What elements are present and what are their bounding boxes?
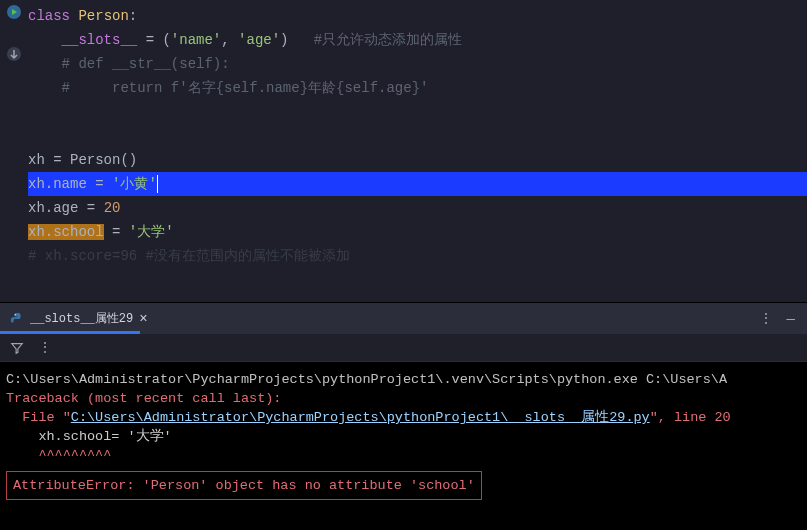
traceback-file-line: File "C:\Users\Administrator\PycharmProj… bbox=[6, 408, 801, 427]
error-message: AttributeError: 'Person' object has no a… bbox=[6, 471, 482, 500]
op: = bbox=[137, 32, 162, 48]
comma: , bbox=[221, 32, 238, 48]
code-line[interactable]: xh = Person() bbox=[28, 148, 807, 172]
tab-actions: ⋮ — bbox=[759, 310, 807, 327]
traceback-caret: ^^^^^^^^^ bbox=[6, 446, 801, 465]
code-line[interactable]: # def __str__(self): bbox=[28, 52, 807, 76]
comment-dim: # xh.score=96 #没有在范围内的属性不能被添加 bbox=[28, 248, 350, 264]
str: 'age' bbox=[238, 32, 280, 48]
filter-icon[interactable] bbox=[10, 341, 24, 355]
traceback-code: xh.school= '大学' bbox=[6, 427, 801, 446]
str: 'name' bbox=[171, 32, 221, 48]
slots-dunder: __slots__ bbox=[62, 32, 138, 48]
highlighted-attr: xh.school bbox=[28, 224, 104, 240]
console-output[interactable]: C:\Users\Administrator\PycharmProjects\p… bbox=[0, 362, 807, 530]
text-caret bbox=[157, 175, 158, 193]
keyword-class: class bbox=[28, 8, 78, 24]
paren: ( bbox=[162, 32, 170, 48]
code-line[interactable]: xh.school = '大学' bbox=[28, 220, 807, 244]
run-tab-label: __slots__属性29 bbox=[30, 310, 133, 327]
code-line[interactable] bbox=[28, 100, 807, 124]
stmt: xh = Person() bbox=[28, 152, 137, 168]
svg-point-2 bbox=[15, 314, 16, 315]
editor-gutter bbox=[0, 0, 28, 302]
traceback-header: Traceback (most recent call last): bbox=[6, 389, 801, 408]
more-options-icon[interactable]: ⋮ bbox=[38, 339, 50, 356]
console-command: C:\Users\Administrator\PycharmProjects\p… bbox=[6, 370, 801, 389]
stmt: xh.age = bbox=[28, 200, 104, 216]
code-line-active[interactable]: xh.name = '小黄' bbox=[28, 172, 807, 196]
file-suffix: ", line 20 bbox=[650, 410, 731, 425]
stmt: xh.name = bbox=[28, 176, 112, 192]
editor-pane[interactable]: class Person: __slots__ = ('name', 'age'… bbox=[0, 0, 807, 302]
comment: # return f'名字{self.name}年龄{self.age}' bbox=[62, 80, 429, 96]
file-prefix: File " bbox=[6, 410, 71, 425]
more-icon[interactable]: ⋮ bbox=[759, 310, 771, 327]
comment: #只允许动态添加的属性 bbox=[289, 32, 463, 48]
minimize-icon[interactable]: — bbox=[787, 311, 795, 327]
str: '小黄' bbox=[112, 176, 157, 192]
code-line[interactable]: xh.age = 20 bbox=[28, 196, 807, 220]
file-path-link[interactable]: C:\Users\Administrator\PycharmProjects\p… bbox=[71, 410, 650, 425]
num: 20 bbox=[104, 200, 121, 216]
comment: # def __str__(self): bbox=[62, 56, 230, 72]
class-name: Person bbox=[78, 8, 128, 24]
python-icon bbox=[10, 312, 24, 326]
code-line-dim[interactable]: # xh.score=96 #没有在范围内的属性不能被添加 bbox=[28, 244, 807, 268]
python-run-icon[interactable] bbox=[6, 4, 22, 20]
run-tab[interactable]: __slots__属性29 × bbox=[0, 303, 158, 334]
run-tab-bar: __slots__属性29 × ⋮ — bbox=[0, 302, 807, 334]
str: '大学' bbox=[129, 224, 174, 240]
code-line[interactable]: # return f'名字{self.name}年龄{self.age}' bbox=[28, 76, 807, 100]
run-toolbar: ⋮ bbox=[0, 334, 807, 362]
override-icon[interactable] bbox=[6, 46, 22, 62]
code-content[interactable]: class Person: __slots__ = ('name', 'age'… bbox=[0, 0, 807, 268]
code-line[interactable]: class Person: bbox=[28, 4, 807, 28]
colon: : bbox=[129, 8, 137, 24]
code-line[interactable]: __slots__ = ('name', 'age') #只允许动态添加的属性 bbox=[28, 28, 807, 52]
tab-underline bbox=[0, 331, 140, 334]
paren: ) bbox=[280, 32, 288, 48]
op: = bbox=[104, 224, 129, 240]
close-icon[interactable]: × bbox=[139, 311, 147, 327]
code-line[interactable] bbox=[28, 124, 807, 148]
